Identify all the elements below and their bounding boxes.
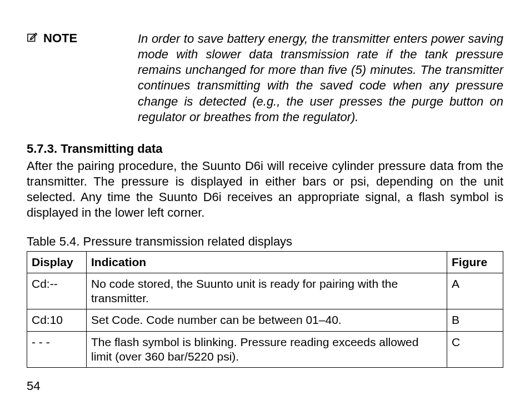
cell-indication: No code stored, the Suunto unit is ready… — [87, 273, 447, 309]
note-block: NOTE In order to save battery energy, th… — [27, 31, 503, 125]
cell-indication: Set Code. Code number can be between 01–… — [87, 309, 447, 331]
page-number: 54 — [27, 379, 40, 393]
table-row: Cd:-- No code stored, the Suunto unit is… — [27, 273, 503, 309]
table-row: - - - The flash symbol is blinking. Pres… — [27, 331, 503, 368]
cell-display: - - - — [27, 331, 87, 368]
cell-display: Cd:-- — [27, 273, 87, 309]
section-heading: 5.7.3. Transmitting data — [27, 142, 503, 156]
cell-display: Cd:10 — [27, 309, 87, 331]
cell-figure: C — [447, 331, 503, 368]
note-label-wrap: NOTE — [27, 31, 138, 46]
table-row: Cd:10 Set Code. Code number can be betwe… — [27, 309, 503, 331]
note-label: NOTE — [43, 31, 77, 46]
pressure-display-table: Display Indication Figure Cd:-- No code … — [27, 251, 503, 368]
col-header-indication: Indication — [87, 251, 447, 273]
cell-figure: A — [447, 273, 503, 309]
col-header-display: Display — [27, 251, 87, 273]
table-caption: Table 5.4. Pressure transmission related… — [27, 234, 503, 249]
cell-figure: B — [447, 309, 503, 331]
page: NOTE In order to save battery energy, th… — [0, 0, 530, 420]
note-body: In order to save battery energy, the tra… — [138, 31, 503, 125]
cell-indication: The flash symbol is blinking. Pressure r… — [87, 331, 447, 368]
table-header-row: Display Indication Figure — [27, 251, 503, 273]
section-paragraph: After the pairing procedure, the Suunto … — [27, 158, 503, 221]
hand-write-icon — [27, 31, 39, 46]
col-header-figure: Figure — [447, 251, 503, 273]
